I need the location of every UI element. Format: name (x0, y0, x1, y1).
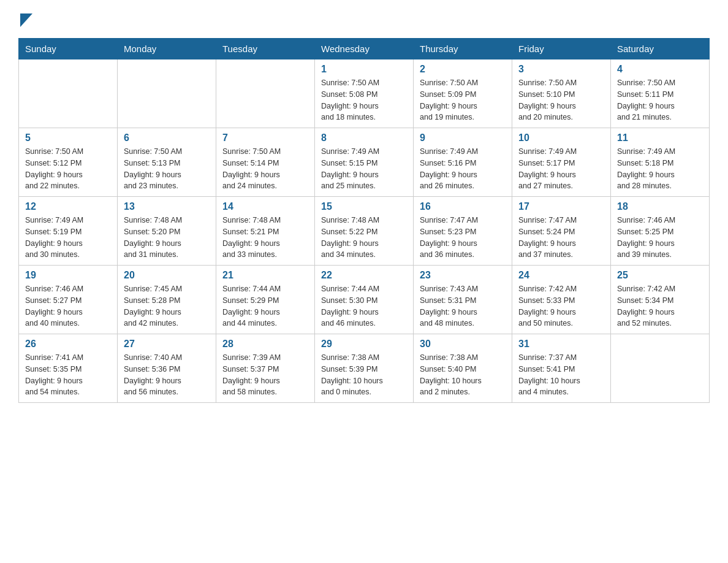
day-number: 10 (518, 132, 604, 144)
day-info: Sunrise: 7:41 AMSunset: 5:35 PMDaylight:… (25, 352, 111, 398)
day-number: 9 (420, 132, 506, 144)
day-info: Sunrise: 7:42 AMSunset: 5:33 PMDaylight:… (518, 283, 604, 329)
day-number: 25 (617, 270, 703, 281)
day-number: 3 (518, 64, 604, 75)
week-row-2: 5Sunrise: 7:50 AMSunset: 5:12 PMDaylight… (19, 128, 710, 197)
calendar-cell: 30Sunrise: 7:38 AMSunset: 5:40 PMDayligh… (414, 334, 512, 403)
logo (18, 12, 32, 27)
calendar-cell: 17Sunrise: 7:47 AMSunset: 5:24 PMDayligh… (512, 197, 611, 266)
calendar-cell: 8Sunrise: 7:49 AMSunset: 5:15 PMDaylight… (315, 128, 414, 197)
day-number: 6 (124, 132, 210, 144)
day-number: 31 (518, 339, 604, 350)
week-row-5: 26Sunrise: 7:41 AMSunset: 5:35 PMDayligh… (19, 334, 710, 403)
calendar-table: Sunday Monday Tuesday Wednesday Thursday… (18, 38, 710, 403)
day-info: Sunrise: 7:48 AMSunset: 5:21 PMDaylight:… (222, 215, 308, 261)
day-info: Sunrise: 7:49 AMSunset: 5:15 PMDaylight:… (321, 146, 407, 192)
calendar-cell: 1Sunrise: 7:50 AMSunset: 5:08 PMDaylight… (315, 59, 414, 128)
day-info: Sunrise: 7:49 AMSunset: 5:18 PMDaylight:… (617, 146, 703, 192)
day-number: 28 (222, 339, 308, 350)
calendar-cell: 10Sunrise: 7:49 AMSunset: 5:17 PMDayligh… (512, 128, 611, 197)
day-info: Sunrise: 7:50 AMSunset: 5:12 PMDaylight:… (25, 146, 111, 192)
calendar-cell: 2Sunrise: 7:50 AMSunset: 5:09 PMDaylight… (414, 59, 512, 128)
calendar-cell: 11Sunrise: 7:49 AMSunset: 5:18 PMDayligh… (611, 128, 710, 197)
col-tuesday: Tuesday (216, 39, 315, 59)
calendar-cell: 19Sunrise: 7:46 AMSunset: 5:27 PMDayligh… (19, 266, 118, 334)
day-info: Sunrise: 7:48 AMSunset: 5:20 PMDaylight:… (124, 215, 210, 261)
calendar-cell: 23Sunrise: 7:43 AMSunset: 5:31 PMDayligh… (414, 266, 512, 334)
day-number: 19 (25, 270, 111, 281)
day-number: 12 (25, 201, 111, 212)
week-row-4: 19Sunrise: 7:46 AMSunset: 5:27 PMDayligh… (19, 266, 710, 334)
col-friday: Friday (512, 39, 611, 59)
day-info: Sunrise: 7:50 AMSunset: 5:11 PMDaylight:… (617, 77, 703, 123)
day-number: 13 (124, 201, 210, 212)
day-info: Sunrise: 7:50 AMSunset: 5:14 PMDaylight:… (222, 146, 308, 192)
calendar-cell: 16Sunrise: 7:47 AMSunset: 5:23 PMDayligh… (414, 197, 512, 266)
week-row-1: 1Sunrise: 7:50 AMSunset: 5:08 PMDaylight… (19, 59, 710, 128)
calendar-cell: 3Sunrise: 7:50 AMSunset: 5:10 PMDaylight… (512, 59, 611, 128)
calendar-header: Sunday Monday Tuesday Wednesday Thursday… (19, 39, 710, 59)
day-info: Sunrise: 7:47 AMSunset: 5:24 PMDaylight:… (518, 215, 604, 261)
day-number: 14 (222, 201, 308, 212)
calendar-cell: 27Sunrise: 7:40 AMSunset: 5:36 PMDayligh… (118, 334, 216, 403)
calendar-cell (611, 334, 710, 403)
day-number: 24 (518, 270, 604, 281)
calendar-cell: 7Sunrise: 7:50 AMSunset: 5:14 PMDaylight… (216, 128, 315, 197)
day-info: Sunrise: 7:38 AMSunset: 5:39 PMDaylight:… (321, 352, 407, 398)
calendar-cell: 26Sunrise: 7:41 AMSunset: 5:35 PMDayligh… (19, 334, 118, 403)
svg-marker-0 (20, 13, 32, 27)
calendar-cell: 15Sunrise: 7:48 AMSunset: 5:22 PMDayligh… (315, 197, 414, 266)
day-info: Sunrise: 7:50 AMSunset: 5:10 PMDaylight:… (518, 77, 604, 123)
calendar-cell: 22Sunrise: 7:44 AMSunset: 5:30 PMDayligh… (315, 266, 414, 334)
day-number: 29 (321, 339, 407, 350)
day-info: Sunrise: 7:50 AMSunset: 5:13 PMDaylight:… (124, 146, 210, 192)
day-number: 4 (617, 64, 703, 75)
day-number: 8 (321, 132, 407, 144)
day-number: 17 (518, 201, 604, 212)
calendar-cell: 14Sunrise: 7:48 AMSunset: 5:21 PMDayligh… (216, 197, 315, 266)
day-info: Sunrise: 7:46 AMSunset: 5:27 PMDaylight:… (25, 283, 111, 329)
calendar-cell: 29Sunrise: 7:38 AMSunset: 5:39 PMDayligh… (315, 334, 414, 403)
week-row-3: 12Sunrise: 7:49 AMSunset: 5:19 PMDayligh… (19, 197, 710, 266)
day-info: Sunrise: 7:49 AMSunset: 5:19 PMDaylight:… (25, 215, 111, 261)
calendar-cell: 21Sunrise: 7:44 AMSunset: 5:29 PMDayligh… (216, 266, 315, 334)
calendar-cell: 25Sunrise: 7:42 AMSunset: 5:34 PMDayligh… (611, 266, 710, 334)
day-number: 11 (617, 132, 703, 144)
day-info: Sunrise: 7:46 AMSunset: 5:25 PMDaylight:… (617, 215, 703, 261)
calendar-cell: 18Sunrise: 7:46 AMSunset: 5:25 PMDayligh… (611, 197, 710, 266)
col-sunday: Sunday (19, 39, 118, 59)
logo-triangle-icon (20, 13, 32, 27)
day-info: Sunrise: 7:40 AMSunset: 5:36 PMDaylight:… (124, 352, 210, 398)
calendar-cell (216, 59, 315, 128)
day-number: 15 (321, 201, 407, 212)
day-info: Sunrise: 7:43 AMSunset: 5:31 PMDaylight:… (420, 283, 506, 329)
col-wednesday: Wednesday (315, 39, 414, 59)
day-info: Sunrise: 7:47 AMSunset: 5:23 PMDaylight:… (420, 215, 506, 261)
day-info: Sunrise: 7:45 AMSunset: 5:28 PMDaylight:… (124, 283, 210, 329)
day-info: Sunrise: 7:44 AMSunset: 5:29 PMDaylight:… (222, 283, 308, 329)
day-info: Sunrise: 7:49 AMSunset: 5:17 PMDaylight:… (518, 146, 604, 192)
calendar-cell: 9Sunrise: 7:49 AMSunset: 5:16 PMDaylight… (414, 128, 512, 197)
calendar-cell: 28Sunrise: 7:39 AMSunset: 5:37 PMDayligh… (216, 334, 315, 403)
calendar-cell: 12Sunrise: 7:49 AMSunset: 5:19 PMDayligh… (19, 197, 118, 266)
calendar-body: 1Sunrise: 7:50 AMSunset: 5:08 PMDaylight… (19, 59, 710, 403)
day-info: Sunrise: 7:48 AMSunset: 5:22 PMDaylight:… (321, 215, 407, 261)
calendar-cell: 20Sunrise: 7:45 AMSunset: 5:28 PMDayligh… (118, 266, 216, 334)
day-number: 22 (321, 270, 407, 281)
day-number: 16 (420, 201, 506, 212)
calendar-cell: 13Sunrise: 7:48 AMSunset: 5:20 PMDayligh… (118, 197, 216, 266)
logo-wrap (18, 12, 32, 27)
day-info: Sunrise: 7:37 AMSunset: 5:41 PMDaylight:… (518, 352, 604, 398)
logo-top-row (18, 12, 32, 27)
calendar-cell: 4Sunrise: 7:50 AMSunset: 5:11 PMDaylight… (611, 59, 710, 128)
calendar-cell: 6Sunrise: 7:50 AMSunset: 5:13 PMDaylight… (118, 128, 216, 197)
day-number: 18 (617, 201, 703, 212)
calendar-cell (118, 59, 216, 128)
day-info: Sunrise: 7:49 AMSunset: 5:16 PMDaylight:… (420, 146, 506, 192)
day-info: Sunrise: 7:50 AMSunset: 5:09 PMDaylight:… (420, 77, 506, 123)
calendar-cell: 24Sunrise: 7:42 AMSunset: 5:33 PMDayligh… (512, 266, 611, 334)
day-number: 5 (25, 132, 111, 144)
col-thursday: Thursday (414, 39, 512, 59)
col-monday: Monday (118, 39, 216, 59)
day-number: 7 (222, 132, 308, 144)
